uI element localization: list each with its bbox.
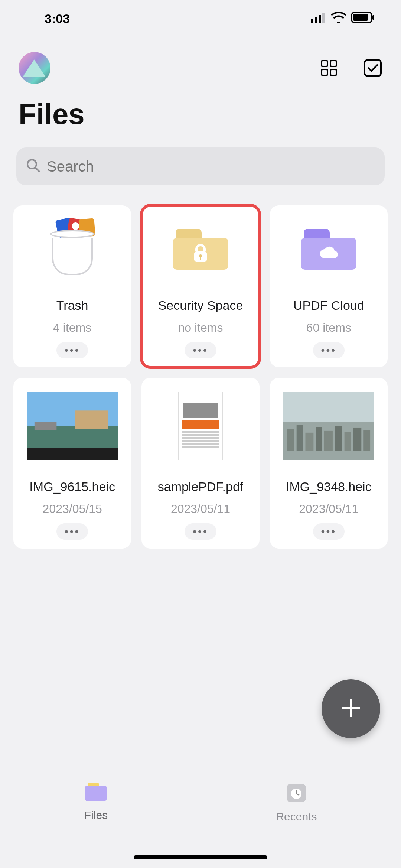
files-grid: Trash 4 items ••• Security Space no item… (0, 185, 401, 549)
folder-lock-icon (167, 220, 234, 279)
more-icon[interactable]: ••• (313, 342, 345, 358)
svg-rect-24 (287, 429, 294, 451)
cellular-icon (311, 12, 326, 26)
svg-rect-25 (297, 425, 303, 451)
svg-rect-5 (353, 14, 368, 21)
svg-rect-22 (283, 392, 374, 422)
svg-rect-3 (322, 13, 325, 23)
card-subtitle: 2023/05/11 (171, 502, 230, 516)
file-card-samplepdf[interactable]: samplePDF.pdf 2023/05/11 ••• (141, 378, 259, 549)
more-icon[interactable]: ••• (56, 523, 88, 540)
search-icon (26, 158, 41, 175)
svg-line-13 (36, 168, 39, 172)
svg-rect-19 (27, 448, 118, 460)
header-actions (319, 58, 382, 78)
svg-rect-31 (353, 428, 362, 451)
svg-point-12 (27, 160, 36, 169)
svg-rect-8 (330, 61, 336, 66)
search-bar[interactable] (16, 147, 385, 185)
more-icon[interactable]: ••• (56, 342, 88, 358)
view-grid-icon[interactable] (319, 58, 339, 78)
svg-rect-6 (372, 15, 374, 20)
svg-rect-28 (324, 431, 333, 451)
add-button[interactable] (322, 679, 380, 738)
tab-label: Recents (276, 810, 317, 823)
card-title: samplePDF.pdf (158, 479, 244, 494)
svg-rect-9 (322, 69, 327, 75)
image-thumbnail (27, 392, 118, 460)
status-time: 3:03 (45, 12, 70, 26)
svg-rect-1 (315, 17, 317, 23)
card-title: Security Space (158, 298, 243, 313)
folder-card-security-space[interactable]: Security Space no items ••• (141, 205, 259, 367)
svg-rect-29 (335, 426, 342, 451)
svg-rect-21 (34, 422, 56, 430)
folder-icon (84, 783, 108, 804)
tab-label: Files (84, 809, 108, 822)
status-bar: 3:03 (0, 0, 401, 37)
card-subtitle: 4 items (53, 321, 91, 335)
svg-rect-26 (306, 433, 314, 451)
card-subtitle: 2023/05/11 (299, 502, 358, 516)
card-title: IMG_9348.heic (286, 479, 372, 494)
folder-card-updf-cloud[interactable]: UPDF Cloud 60 items ••• (270, 205, 388, 367)
svg-rect-36 (85, 786, 107, 801)
card-subtitle: 2023/05/15 (43, 502, 102, 516)
svg-rect-32 (364, 430, 371, 451)
file-card-img-9615[interactable]: IMG_9615.heic 2023/05/15 ••• (13, 378, 131, 549)
select-mode-icon[interactable] (363, 58, 382, 78)
card-subtitle: 60 items (306, 321, 351, 335)
more-icon[interactable]: ••• (185, 342, 216, 358)
plus-icon (339, 696, 363, 721)
svg-rect-7 (322, 61, 327, 66)
clock-icon (285, 783, 307, 806)
svg-rect-30 (345, 432, 351, 451)
card-title: UPDF Cloud (293, 298, 364, 313)
svg-rect-2 (319, 15, 321, 23)
card-subtitle: no items (178, 321, 223, 335)
tab-files[interactable]: Files (84, 783, 108, 822)
folder-cloud-icon (295, 220, 362, 279)
pdf-thumbnail (178, 392, 223, 460)
battery-icon (351, 12, 375, 26)
tab-bar: Files Recents (0, 771, 401, 868)
svg-rect-10 (330, 69, 336, 75)
image-thumbnail (283, 392, 374, 460)
avatar[interactable] (19, 52, 50, 84)
folder-card-trash[interactable]: Trash 4 items ••• (13, 205, 131, 367)
svg-rect-27 (316, 427, 322, 451)
card-title: IMG_9615.heic (29, 479, 115, 494)
tab-recents[interactable]: Recents (276, 783, 317, 823)
more-icon[interactable]: ••• (313, 523, 345, 540)
card-title: Trash (56, 298, 88, 313)
svg-rect-20 (75, 410, 108, 429)
more-icon[interactable]: ••• (185, 523, 216, 540)
wifi-icon (331, 12, 346, 26)
file-card-img-9348[interactable]: IMG_9348.heic 2023/05/11 ••• (270, 378, 388, 549)
home-indicator (134, 855, 267, 859)
page-title: Files (0, 84, 401, 140)
status-indicators (311, 12, 375, 26)
svg-rect-0 (311, 19, 313, 23)
trash-icon (39, 220, 106, 279)
svg-rect-11 (365, 60, 381, 76)
header-row (0, 37, 401, 84)
search-input[interactable] (47, 158, 375, 175)
svg-rect-16 (200, 257, 201, 260)
